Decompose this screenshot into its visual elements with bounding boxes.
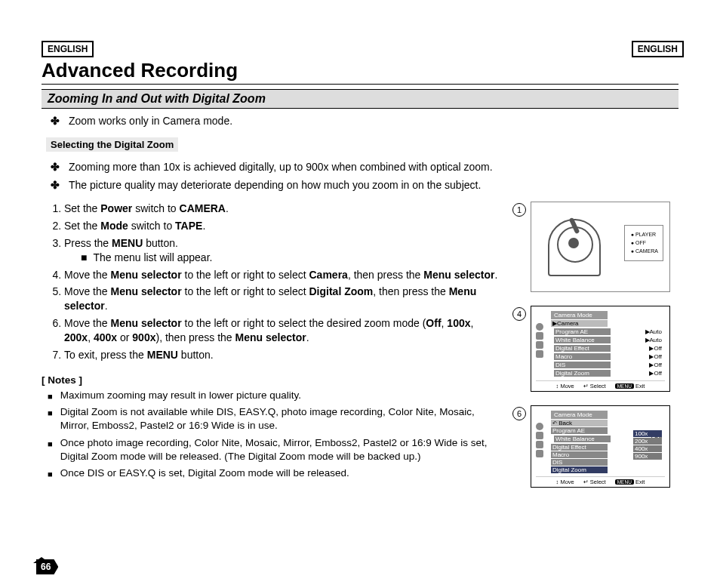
power-dial-diagram: PLAYER OFF CAMERA (531, 202, 670, 292)
figure-number: 4 (512, 307, 526, 321)
note-item: ■Once photo image recording, Color Nite,… (48, 436, 499, 463)
lcd-title: Camera Mode (551, 311, 608, 319)
square-icon: ■ (48, 405, 53, 433)
language-tab-left: ENGLISH (42, 41, 94, 57)
subheading: Selecting the Digital Zoom (46, 137, 178, 152)
sub-bullet-2: ✤ The picture quality may deteriorate de… (51, 179, 678, 191)
bullet-icon: ✤ (51, 179, 60, 191)
menu-back: ↶ Back (551, 420, 608, 426)
lcd-menu-6: Camera Mode ↶ Back Program AE White Bala… (531, 405, 670, 488)
step-6: Move the Menu selector to the left or ri… (64, 316, 499, 345)
dial-icon (548, 219, 601, 276)
step-5: Move the Menu selector to the left or ri… (64, 285, 499, 313)
step-1: Set the Power switch to CAMERA. (64, 202, 499, 216)
lcd-title: Camera Mode (551, 411, 608, 419)
lcd-menu-4: Camera Mode ▶Camera Program AE▶Auto Whit… (531, 306, 670, 392)
lcd-footer: ↕ Move ↵ Select MENU Exit (536, 476, 665, 485)
figure-number: 6 (512, 407, 526, 420)
menu-header: ▶Camera (551, 320, 608, 327)
menu-category-icons (536, 323, 546, 359)
intro-text: Zoom works only in Camera mode. (69, 115, 232, 127)
steps-list: Set the Power switch to CAMERA. Set the … (64, 202, 499, 362)
section-subtitle: Zooming In and Out with Digital Zoom (42, 89, 678, 109)
step-7: To exit, press the MENU button. (64, 348, 499, 362)
figure-6: 6 Camera Mode ↶ Back Program AE White Ba… (512, 405, 678, 488)
title-rule (42, 84, 678, 85)
page-number: 66 (36, 559, 58, 574)
page-title: Advanced Recording (42, 59, 678, 82)
figure-4: 4 Camera Mode ▶Camera Program AE▶Auto Wh… (512, 306, 678, 392)
language-tab-right: ENGLISH (632, 41, 684, 57)
notes-list: ■Maximum zooming may result in lower pic… (48, 389, 499, 480)
zoom-options: 100x 200x 400x 900x (633, 430, 662, 460)
step-3-sub: ■The menu list will appear. (81, 251, 499, 265)
intro-bullet: ✤ Zoom works only in Camera mode. (51, 115, 678, 127)
lcd-footer: ↕ Move ↵ Select MENU Exit (536, 380, 665, 389)
square-icon: ■ (48, 436, 53, 463)
selected-menu-item: Digital Zoom (551, 466, 608, 473)
note-item: ■Once DIS or EASY.Q is set, Digital Zoom… (48, 466, 499, 480)
square-icon: ■ (81, 251, 87, 265)
square-icon: ■ (48, 389, 53, 402)
menu-category-icons (536, 423, 546, 459)
bullet-icon: ✤ (51, 115, 60, 127)
step-3: Press the MENU button. ■The menu list wi… (64, 236, 499, 265)
sub-bullet-text: Zooming more than 10x is achieved digita… (69, 161, 493, 173)
note-item: ■Digital Zoom is not available while DIS… (48, 405, 499, 433)
figure-number: 1 (512, 203, 526, 217)
bullet-icon: ✤ (51, 161, 60, 173)
notes-heading: [ Notes ] (42, 374, 499, 386)
mode-labels: PLAYER OFF CAMERA (624, 225, 663, 261)
sub-bullet-1: ✤ Zooming more than 10x is achieved digi… (51, 161, 678, 173)
sub-bullet-text: The picture quality may deteriorate depe… (69, 179, 481, 191)
step-2: Set the Mode switch to TAPE. (64, 219, 499, 233)
figure-1: 1 PLAYER OFF CAMERA (512, 202, 678, 292)
step-4: Move the Menu selector to the left or ri… (64, 268, 499, 282)
note-item: ■Maximum zooming may result in lower pic… (48, 389, 499, 402)
square-icon: ■ (48, 466, 53, 480)
